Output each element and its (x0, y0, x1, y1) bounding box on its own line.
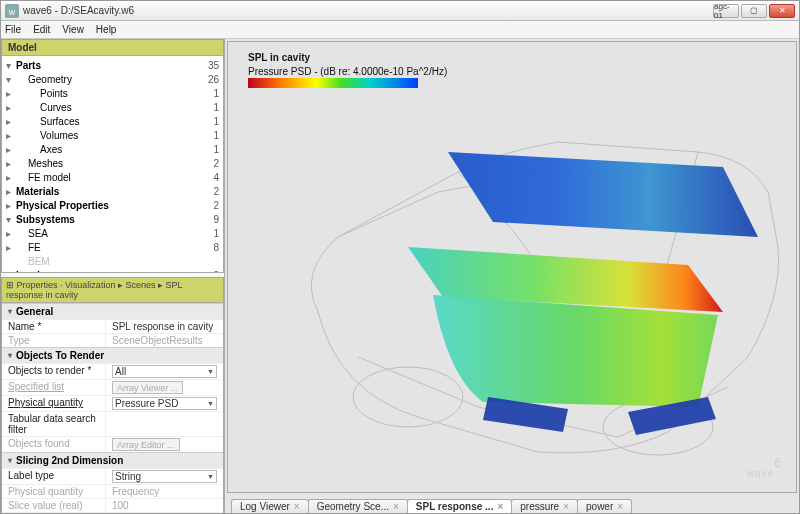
tree-item[interactable]: ▸Loads3 (2, 268, 223, 273)
tree-arrow-icon: ▸ (6, 200, 16, 211)
minimize-button[interactable]: agc-01 (713, 4, 739, 18)
tree-item[interactable]: ▸Curves1 (2, 100, 223, 114)
3d-viewport[interactable]: SPL in cavity Pressure PSD - (dB re: 4.0… (227, 41, 797, 493)
prop-physqty-label: Physical quantity (2, 396, 106, 411)
tds-filter-field[interactable] (106, 412, 223, 436)
tree-arrow-icon: ▾ (6, 60, 16, 71)
properties-grid: ▾General Name *SPL response in cavity Ty… (1, 302, 224, 513)
colorbar (248, 78, 418, 88)
window-title: wave6 - D:/SEAcavity.w6 (23, 5, 713, 16)
prop-s-physqty-label: Physical quantity (2, 485, 106, 498)
tree-item[interactable]: ▸Volumes1 (2, 128, 223, 142)
prop-objects-label: Objects to render * (2, 364, 106, 379)
tree-arrow-icon: ▸ (6, 242, 16, 253)
app-icon: w (5, 4, 19, 18)
properties-breadcrumb[interactable]: ⊞ Properties · Visualization ▸ Scenes ▸ … (1, 277, 224, 302)
tree-item-label: BEM (16, 256, 197, 267)
tab-close-icon[interactable]: × (563, 501, 569, 512)
tab-close-icon[interactable]: × (617, 501, 623, 512)
tab-close-icon[interactable]: × (497, 501, 503, 512)
properties-panel: ⊞ Properties · Visualization ▸ Scenes ▸ … (1, 277, 224, 513)
collapse-icon: ▾ (8, 351, 12, 360)
view-tab[interactable]: SPL response ...× (407, 499, 512, 513)
prop-tdsfilter-label: Tabular data search filter (2, 412, 106, 436)
legend-title: SPL in cavity (248, 52, 310, 63)
tree-arrow-icon: ▾ (6, 214, 16, 225)
tree-item[interactable]: ▾Subsystems9 (2, 212, 223, 226)
menu-edit[interactable]: Edit (33, 24, 50, 35)
menubar: File Edit View Help (1, 21, 799, 39)
label-type-dropdown[interactable]: String▼ (112, 470, 217, 483)
model-tree[interactable]: ▾Parts35▾Geometry26▸Points1▸Curves1▸Surf… (1, 55, 224, 273)
tree-item[interactable]: BEM (2, 254, 223, 268)
close-button[interactable]: ✕ (769, 4, 795, 18)
tree-arrow-icon: ▸ (6, 102, 16, 113)
watermark: wave6 (747, 453, 782, 484)
tree-item[interactable]: ▸Physical Properties2 (2, 198, 223, 212)
menu-file[interactable]: File (5, 24, 21, 35)
tree-item-label: Materials (16, 186, 197, 197)
tree-item[interactable]: ▸Axes1 (2, 142, 223, 156)
tree-item[interactable]: ▸Meshes2 (2, 156, 223, 170)
section-slicing-2nd[interactable]: ▾Slicing 2nd Dimension (2, 452, 223, 468)
prop-objfound-label: Objects found (2, 437, 106, 452)
tree-arrow-icon: ▸ (6, 116, 16, 127)
sidebar: Model ▾Parts35▾Geometry26▸Points1▸Curves… (1, 39, 225, 513)
tree-item-label: Curves (16, 102, 197, 113)
tree-item-label: Geometry (16, 74, 197, 85)
tree-item[interactable]: ▾Geometry26 (2, 72, 223, 86)
tree-item-label: Physical Properties (16, 200, 197, 211)
tab-label: Log Viewer (240, 501, 290, 512)
tree-item-label: Volumes (16, 130, 197, 141)
prop-labeltype-label: Label type (2, 469, 106, 484)
tab-close-icon[interactable]: × (393, 501, 399, 512)
physical-quantity-dropdown[interactable]: Pressure PSD▼ (112, 397, 217, 410)
tree-item[interactable]: ▸Materials2 (2, 184, 223, 198)
tab-label: pressure (520, 501, 559, 512)
titlebar: w wave6 - D:/SEAcavity.w6 agc-01 ▢ ✕ (1, 1, 799, 21)
tree-item-label: Axes (16, 144, 197, 155)
view-tab[interactable]: pressure× (511, 499, 578, 513)
tree-item[interactable]: ▾Parts35 (2, 58, 223, 72)
caret-down-icon: ▼ (207, 368, 214, 375)
objects-to-render-dropdown[interactable]: All▼ (112, 365, 217, 378)
tree-item-label: Parts (16, 60, 197, 71)
tree-item-label: Loads (16, 270, 197, 274)
tab-close-icon[interactable]: × (294, 501, 300, 512)
main-area: SPL in cavity Pressure PSD - (dB re: 4.0… (225, 39, 799, 513)
tab-label: Geometry Sce... (317, 501, 389, 512)
tab-label: SPL response ... (416, 501, 494, 512)
tab-label: power (586, 501, 613, 512)
tree-item[interactable]: ▸Points1 (2, 86, 223, 100)
tree-arrow-icon: ▸ (6, 144, 16, 155)
maximize-button[interactable]: ▢ (741, 4, 767, 18)
tree-item-label: Subsystems (16, 214, 197, 225)
menu-view[interactable]: View (62, 24, 84, 35)
tree-arrow-icon: ▸ (6, 270, 16, 274)
collapse-icon: ▾ (8, 456, 12, 465)
tree-item-label: FE model (16, 172, 197, 183)
prop-name-value[interactable]: SPL response in cavity (106, 320, 223, 333)
tree-item[interactable]: ▸Surfaces1 (2, 114, 223, 128)
simulation-render (278, 97, 788, 467)
section-general[interactable]: ▾General (2, 303, 223, 319)
view-tab[interactable]: Log Viewer× (231, 499, 309, 513)
view-tab[interactable]: power× (577, 499, 632, 513)
tree-item[interactable]: ▸FE8 (2, 240, 223, 254)
tree-item[interactable]: ▸SEA1 (2, 226, 223, 240)
workspace: Model ▾Parts35▾Geometry26▸Points1▸Curves… (1, 39, 799, 513)
tree-item-count: 1 (197, 228, 219, 239)
app-window: w wave6 - D:/SEAcavity.w6 agc-01 ▢ ✕ Fil… (0, 0, 800, 514)
specified-list-button[interactable]: Array Viewer ... (112, 381, 183, 394)
tree-item-count: 8 (197, 242, 219, 253)
tree-item[interactable]: ▸FE model4 (2, 170, 223, 184)
menu-help[interactable]: Help (96, 24, 117, 35)
prop-svr-label: Slice value (real) (2, 499, 106, 512)
s-physqty-value: Frequency (106, 485, 223, 498)
objects-found-button[interactable]: Array Editor ... (112, 438, 180, 451)
tree-item-count: 1 (197, 130, 219, 141)
section-objects-to-render[interactable]: ▾Objects To Render (2, 347, 223, 363)
view-tab[interactable]: Geometry Sce...× (308, 499, 408, 513)
model-panel-header[interactable]: Model (1, 39, 224, 55)
tree-item-label: SEA (16, 228, 197, 239)
